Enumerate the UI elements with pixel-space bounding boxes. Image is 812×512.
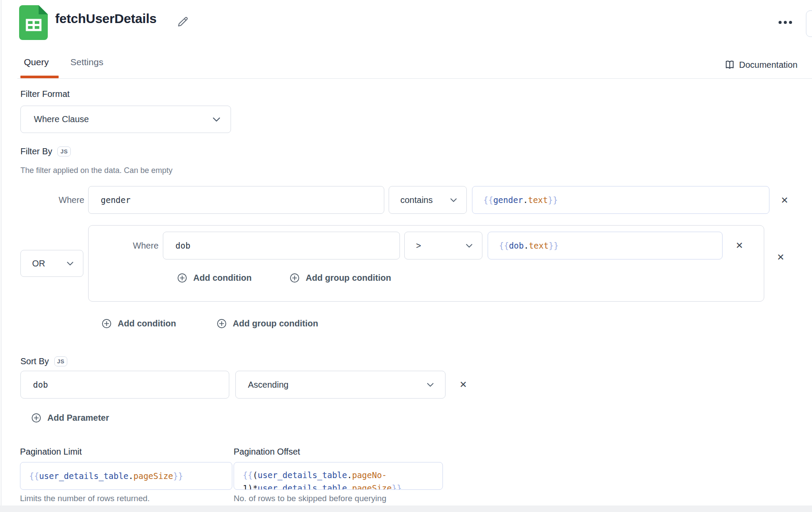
group-add-condition-label: Add condition xyxy=(193,273,251,283)
sort-order-select[interactable]: Ascending xyxy=(235,371,446,399)
group-condition-key-value: dob xyxy=(175,241,190,250)
bottom-strip xyxy=(0,505,812,512)
pagination-offset-helper: No. of rows to be skipped before queryin… xyxy=(234,494,386,503)
pagination-limit-helper: Limits the number of rows returned. xyxy=(20,494,150,503)
chevron-down-icon xyxy=(67,262,73,266)
plus-circle-icon xyxy=(290,273,300,283)
pagination-limit-input[interactable]: {{user_details_table.pageSize}} xyxy=(20,462,232,490)
pagination-offset-code-line1: {{(user_details_table.pageNo- xyxy=(243,469,402,482)
plus-circle-icon xyxy=(31,413,41,423)
book-icon xyxy=(724,60,735,70)
group-add-condition-button[interactable]: Add condition xyxy=(177,273,251,283)
page-title: fetchUserDetails xyxy=(55,11,157,26)
sort-by-label: Sort By xyxy=(20,356,49,366)
group-join-select[interactable]: OR xyxy=(20,250,83,277)
documentation-label: Documentation xyxy=(739,60,798,70)
pagination-offset-code-line2: 1)*user_details_table.pageSize}} xyxy=(243,482,402,490)
plus-circle-icon xyxy=(177,273,187,283)
sort-key-input[interactable]: dob xyxy=(20,371,229,399)
add-condition-button[interactable]: Add condition xyxy=(102,319,176,329)
tab-settings[interactable]: Settings xyxy=(70,57,103,67)
add-group-condition-button[interactable]: Add group condition xyxy=(217,319,318,329)
remove-group-condition-button[interactable]: ✕ xyxy=(736,241,743,250)
pagination-offset-input[interactable]: {{(user_details_table.pageNo- 1)*user_de… xyxy=(234,462,443,490)
plus-circle-icon xyxy=(102,319,112,329)
condition-value-code: {{gender.text}} xyxy=(483,193,558,206)
condition-key-input[interactable]: gender xyxy=(88,186,384,214)
pagination-offset-label: Pagination Offset xyxy=(234,447,300,457)
js-toggle-badge[interactable]: JS xyxy=(54,356,68,366)
add-group-condition-label: Add group condition xyxy=(233,319,318,329)
filter-format-value: Where Clause xyxy=(34,114,89,124)
remove-group-button[interactable]: ✕ xyxy=(777,253,785,262)
condition-operator-select[interactable]: contains xyxy=(389,186,467,214)
condition-value-input[interactable]: {{gender.text}} xyxy=(472,186,769,214)
sheets-icon xyxy=(19,5,48,40)
js-toggle-badge[interactable]: JS xyxy=(57,146,71,156)
group-operator-select[interactable]: > xyxy=(404,232,482,259)
partial-side-button[interactable] xyxy=(806,10,812,37)
group-join-value: OR xyxy=(32,259,45,269)
condition-operator-value: contains xyxy=(400,195,433,205)
tab-query[interactable]: Query xyxy=(24,57,49,67)
remove-sort-button[interactable]: ✕ xyxy=(459,380,467,389)
group-add-group-condition-button[interactable]: Add group condition xyxy=(290,273,391,283)
sort-by-header: Sort By JS xyxy=(20,356,67,366)
documentation-link[interactable]: Documentation xyxy=(724,60,798,70)
condition-key-value: gender xyxy=(101,195,131,205)
more-menu-icon xyxy=(779,21,782,24)
left-pane-divider xyxy=(1,0,1,512)
filter-format-label: Filter Format xyxy=(20,89,69,99)
group-condition-key-input[interactable]: dob xyxy=(163,232,400,259)
group-condition-value-input[interactable]: {{dob.text}} xyxy=(488,232,723,259)
more-menu-button[interactable] xyxy=(779,21,792,24)
where-label: Where xyxy=(48,186,84,214)
filter-format-select[interactable]: Where Clause xyxy=(20,106,231,133)
where-label: Where xyxy=(122,232,158,259)
sort-key-value: dob xyxy=(33,380,48,389)
pagination-limit-code: {{user_details_table.pageSize}} xyxy=(29,469,183,482)
remove-condition-button[interactable]: ✕ xyxy=(781,196,789,205)
filter-by-helper: The filter applied on the data. Can be e… xyxy=(20,166,172,175)
add-condition-label: Add condition xyxy=(118,319,176,329)
group-add-group-condition-label: Add group condition xyxy=(306,273,391,283)
chevron-down-icon xyxy=(466,244,472,248)
filter-by-label: Filter By xyxy=(20,146,52,156)
query-editor-page: fetchUserDetails Query Settings Document… xyxy=(0,0,812,512)
group-operator-value: > xyxy=(416,241,421,251)
chevron-down-icon xyxy=(450,198,457,202)
pagination-limit-label: Pagination Limit xyxy=(20,447,82,457)
chevron-down-icon xyxy=(213,117,220,122)
sort-order-value: Ascending xyxy=(248,380,288,390)
group-condition-value-code: {{dob.text}} xyxy=(499,239,558,252)
add-parameter-button[interactable]: Add Parameter xyxy=(31,413,109,423)
edit-title-pencil-icon[interactable] xyxy=(177,16,189,29)
filter-by-header: Filter By JS xyxy=(20,146,71,156)
plus-circle-icon xyxy=(217,319,227,329)
chevron-down-icon xyxy=(427,383,434,387)
tabs-bottom-border xyxy=(17,78,812,79)
add-parameter-label: Add Parameter xyxy=(47,413,109,423)
